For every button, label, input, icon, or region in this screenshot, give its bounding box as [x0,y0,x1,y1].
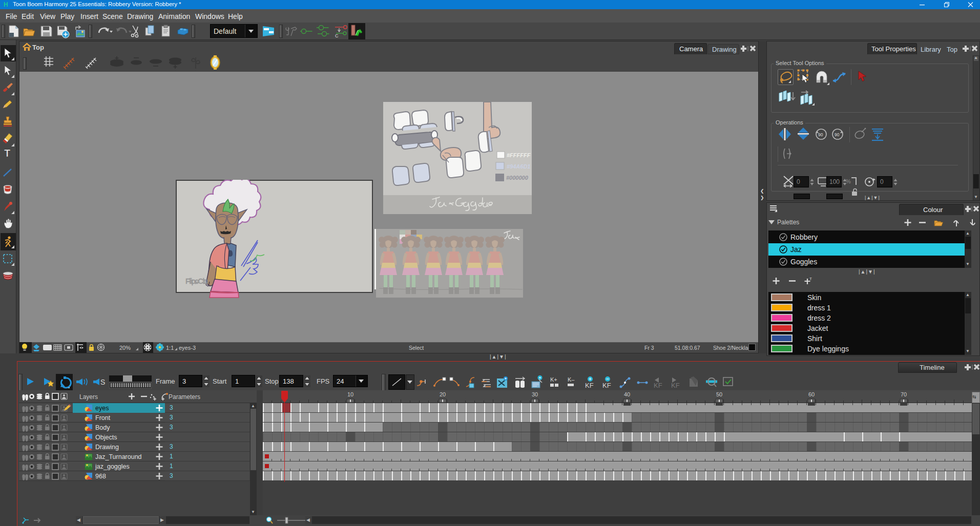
svg-text:eyes-3: eyes-3 [179,345,196,351]
svg-text:KF: KF [585,382,594,389]
svg-text:#94A6D1: #94A6D1 [507,163,530,170]
svg-text:KF: KF [602,382,611,389]
svg-text:1:1: 1:1 [166,345,174,351]
svg-text:C: C [335,33,339,38]
svg-text:20%: 20% [119,345,131,351]
svg-text:FlipɕClɪɹ: FlipɕClɪɹ [185,277,208,285]
svg-text:KF: KF [654,382,662,389]
svg-text:#000000: #000000 [506,175,529,181]
svg-text:90: 90 [835,132,840,137]
svg-text:K–: K– [568,376,575,383]
svg-text:S: S [100,378,105,386]
svg-text:KF: KF [671,382,680,389]
svg-text:T: T [4,148,10,159]
svg-text:K+: K+ [550,376,557,383]
svg-text:#FFFFFF: #FFFFFF [507,152,531,158]
svg-text:90: 90 [818,132,823,137]
svg-text:T: T [809,277,812,281]
